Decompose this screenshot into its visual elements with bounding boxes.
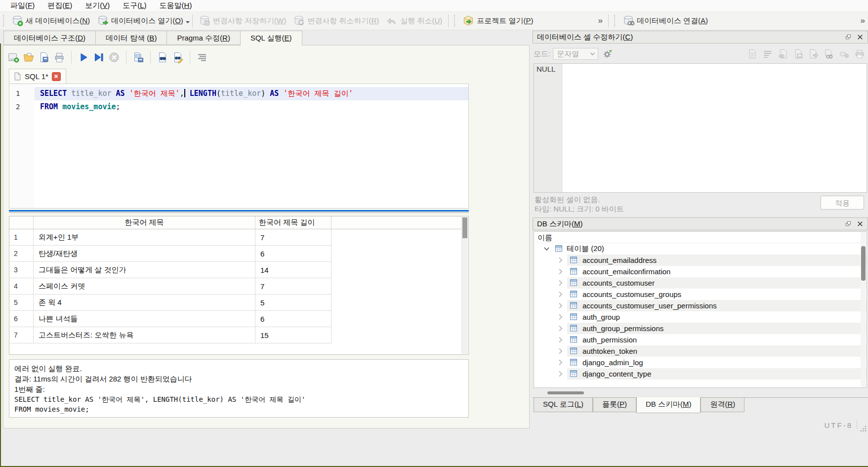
- apply-button[interactable]: 적용: [821, 196, 864, 210]
- save-icon[interactable]: [793, 48, 804, 59]
- table-row[interactable]: 5 존 윅 4 5: [9, 295, 468, 311]
- tab-execute-sql[interactable]: SQL 실행(E): [241, 31, 302, 45]
- toolbar-grip[interactable]: [3, 15, 5, 27]
- results-header-corner[interactable]: [9, 216, 34, 229]
- word-wrap-icon[interactable]: [762, 48, 773, 59]
- table-row[interactable]: 6 나쁜 녀석들 6: [9, 311, 468, 327]
- chevron-right-icon[interactable]: [557, 370, 564, 378]
- chevron-right-icon[interactable]: [557, 336, 564, 343]
- word-wrap-icon[interactable]: [196, 51, 208, 63]
- schema-table-row[interactable]: django_admin_log: [534, 357, 867, 368]
- schema-table-row[interactable]: account_emailaddress: [534, 255, 867, 266]
- stop-icon[interactable]: [108, 51, 120, 63]
- float-dock-button[interactable]: [844, 219, 853, 228]
- cell-title-kor[interactable]: 존 윅 4: [34, 295, 255, 311]
- toolbar-grip[interactable]: [614, 15, 617, 27]
- import-icon[interactable]: [778, 48, 788, 59]
- close-tab-button[interactable]: [52, 72, 61, 81]
- code-line-1[interactable]: SELECT title_kor AS '한국어 제목', LENGTH(tit…: [35, 87, 468, 100]
- schema-table-row[interactable]: auth_group: [534, 311, 867, 323]
- chevron-right-icon[interactable]: [557, 291, 564, 298]
- schema-table-row[interactable]: django_content_type: [534, 368, 867, 380]
- cell-editor-textarea[interactable]: NULL: [534, 63, 867, 193]
- cell-title-kor[interactable]: 탄생/재탄생: [34, 246, 255, 262]
- schema-table-row[interactable]: authtoken_token: [534, 345, 867, 357]
- float-dock-button[interactable]: [844, 33, 853, 42]
- open-database-dropdown-arrow[interactable]: [186, 21, 190, 25]
- undo-button[interactable]: 실행 취소(U): [382, 13, 446, 28]
- tab-database-structure[interactable]: 데이터베이스 구조(D): [3, 31, 96, 45]
- results-vertical-scrollbar[interactable]: [461, 217, 468, 354]
- set-null-icon[interactable]: [839, 48, 850, 59]
- new-sql-tab-icon[interactable]: [7, 51, 19, 63]
- attach-database-button[interactable]: 데이터베이스 연결(A): [619, 13, 711, 28]
- text-document-icon[interactable]: [747, 48, 758, 59]
- chevron-right-icon[interactable]: [557, 302, 564, 309]
- schema-table-row[interactable]: accounts_customuser_groups: [534, 289, 867, 300]
- schema-table-row[interactable]: accounts_customuser: [534, 277, 867, 289]
- link-icon[interactable]: [824, 48, 834, 59]
- tab-remote[interactable]: 원격(R): [701, 398, 744, 412]
- resize-grip[interactable]: [860, 425, 867, 432]
- execute-all-icon[interactable]: [78, 51, 89, 63]
- menu-help[interactable]: 도움말(H): [153, 0, 199, 11]
- menu-view[interactable]: 보기(V): [79, 0, 116, 11]
- table-row[interactable]: 1 외계+인 1부 7: [9, 229, 468, 246]
- chevron-right-icon[interactable]: [557, 268, 564, 275]
- results-header-length[interactable]: 한국어 제목 길이: [255, 216, 331, 229]
- find-icon[interactable]: [157, 51, 168, 63]
- close-dock-button[interactable]: [856, 219, 865, 228]
- tab-sql-log[interactable]: SQL 로그(L): [534, 398, 593, 412]
- scrollbar-thumb[interactable]: [462, 217, 467, 238]
- open-database-button[interactable]: 데이터베이스 열기(O): [93, 13, 187, 28]
- tab-db-schema[interactable]: DB 스키마(M): [636, 397, 701, 413]
- schema-tree-header[interactable]: 이름: [534, 232, 867, 243]
- toolbar-overflow-chevron[interactable]: »: [858, 16, 868, 26]
- cell-title-kor[interactable]: 그대들은 어떻게 살 것인가: [34, 262, 255, 278]
- schema-table-row[interactable]: auth_permission: [534, 334, 867, 345]
- cell-title-length[interactable]: 7: [255, 278, 331, 295]
- cell-title-length[interactable]: 5: [255, 295, 331, 311]
- table-row[interactable]: 2 탄생/재탄생 6: [9, 246, 468, 262]
- pane-splitter[interactable]: [9, 210, 469, 212]
- tree-horizontal-scrollbar[interactable]: [534, 390, 867, 395]
- revert-changes-button[interactable]: 변경사항 취소하기(R): [289, 13, 382, 28]
- open-project-button[interactable]: 프로젝트 열기(P): [459, 13, 537, 28]
- menu-tools[interactable]: 도구(L): [116, 0, 153, 11]
- save-sql-file-icon[interactable]: [38, 51, 50, 63]
- chevron-down-icon[interactable]: [543, 245, 550, 253]
- toolbar-grip[interactable]: [454, 15, 456, 27]
- save-results-icon[interactable]: [132, 51, 144, 63]
- write-changes-button[interactable]: 변경사항 저장하기(W): [195, 13, 289, 28]
- menu-file[interactable]: 파일(F): [4, 0, 41, 11]
- scrollbar-thumb[interactable]: [861, 246, 866, 281]
- toolbar-overflow-chevron[interactable]: »: [595, 16, 605, 26]
- cell-title-length[interactable]: 7: [255, 229, 331, 246]
- gear-icon[interactable]: [602, 48, 613, 59]
- table-row[interactable]: 4 스페이스 커뎃 7: [9, 278, 468, 295]
- open-sql-file-icon[interactable]: [23, 51, 35, 63]
- results-header-title[interactable]: 한국어 제목: [34, 216, 255, 229]
- schema-table-row[interactable]: account_emailconfirmation: [534, 266, 867, 277]
- chevron-right-icon[interactable]: [557, 313, 564, 321]
- cell-title-kor[interactable]: 나쁜 녀석들: [34, 311, 255, 327]
- cell-title-length[interactable]: 15: [255, 327, 331, 343]
- code-line-2[interactable]: FROM movies_movie;: [35, 100, 468, 114]
- table-row[interactable]: 7 고스트버스터즈: 오싹한 뉴욕 15: [9, 327, 468, 343]
- execute-current-icon[interactable]: [93, 51, 105, 63]
- new-database-button[interactable]: 새 데이터베이스(N): [8, 13, 93, 28]
- chevron-right-icon[interactable]: [557, 359, 564, 366]
- print-icon[interactable]: [854, 48, 865, 59]
- menu-edit[interactable]: 편집(E): [41, 0, 79, 11]
- editor-code-area[interactable]: SELECT title_kor AS '한국어 제목', LENGTH(tit…: [35, 84, 468, 208]
- chevron-right-icon[interactable]: [557, 325, 564, 332]
- chevron-right-icon[interactable]: [557, 279, 564, 287]
- tree-vertical-scrollbar[interactable]: [861, 232, 866, 387]
- cell-title-kor[interactable]: 스페이스 커뎃: [34, 278, 255, 295]
- cell-title-kor[interactable]: 고스트버스터즈: 오싹한 뉴욕: [34, 327, 255, 343]
- table-row[interactable]: 3 그대들은 어떻게 살 것인가 14: [9, 262, 468, 278]
- export-icon[interactable]: [808, 48, 819, 59]
- tab-browse-data[interactable]: 데이터 탐색 (B): [96, 31, 167, 45]
- print-icon[interactable]: [53, 51, 65, 63]
- sql-code-editor[interactable]: 1 2 SELECT title_kor AS '한국어 제목', LENGTH…: [9, 84, 469, 209]
